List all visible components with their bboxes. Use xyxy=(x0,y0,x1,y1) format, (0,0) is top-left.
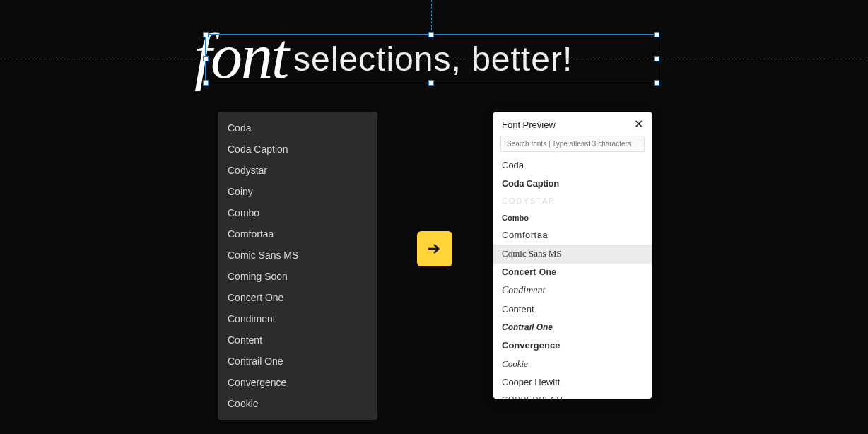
selection-bounding-box[interactable] xyxy=(205,34,657,83)
list-item[interactable]: Comic Sans MS xyxy=(218,245,377,266)
resize-handle-middle-left[interactable] xyxy=(203,56,209,61)
list-item[interactable]: Cooper Hewitt xyxy=(493,373,652,392)
list-item[interactable]: Coming Soon xyxy=(218,266,377,287)
list-item[interactable]: Coda xyxy=(218,117,377,139)
arrow-icon xyxy=(417,231,452,266)
resize-handle-top-left[interactable] xyxy=(203,32,209,37)
list-item[interactable]: CODYSTAR xyxy=(493,193,652,209)
list-item[interactable]: Concert One xyxy=(493,264,652,281)
list-item[interactable]: Codystar xyxy=(218,160,377,181)
default-font-dropdown: CodaCoda CaptionCodystarCoinyComboComfor… xyxy=(218,112,377,420)
search-input[interactable] xyxy=(500,136,645,152)
list-item[interactable]: Comfortaa xyxy=(493,226,652,245)
font-preview-panel: Font Preview ✕ CodaCoda CaptionCODYSTARC… xyxy=(493,112,652,399)
list-item[interactable]: Concert One xyxy=(218,287,377,308)
list-item[interactable]: Condiment xyxy=(218,308,377,329)
list-item[interactable]: Comfortaa xyxy=(218,223,377,245)
list-item[interactable]: Contrail One xyxy=(218,351,377,372)
resize-handle-bottom-middle[interactable] xyxy=(428,80,434,86)
font-preview-list[interactable]: CodaCoda CaptionCODYSTARComboComfortaaCo… xyxy=(493,156,652,399)
font-preview-title: Font Preview xyxy=(502,119,556,130)
list-item[interactable]: Combo xyxy=(218,202,377,223)
list-item[interactable]: Coda Caption xyxy=(493,175,652,193)
list-item[interactable]: Convergence xyxy=(218,372,377,393)
font-preview-header: Font Preview ✕ xyxy=(493,112,652,136)
list-item[interactable]: Convergence xyxy=(493,336,652,355)
list-item[interactable]: Coiny xyxy=(218,181,377,202)
list-item[interactable]: Copperplate xyxy=(493,392,652,399)
resize-handle-middle-right[interactable] xyxy=(654,56,659,61)
list-item[interactable]: Coda Caption xyxy=(218,139,377,160)
resize-handle-top-middle[interactable] xyxy=(428,32,434,37)
list-item[interactable]: Condiment xyxy=(493,281,652,300)
resize-handle-bottom-right[interactable] xyxy=(654,80,659,86)
list-item[interactable]: Contrail One xyxy=(493,319,652,336)
list-item[interactable]: Coda xyxy=(493,156,652,175)
list-item[interactable]: Combo xyxy=(493,210,652,226)
list-item[interactable]: Cookie xyxy=(218,393,377,414)
resize-handle-bottom-left[interactable] xyxy=(203,80,209,86)
list-item[interactable]: Comic Sans MS xyxy=(493,245,652,263)
list-item[interactable]: Cookie xyxy=(493,355,652,373)
search-wrap xyxy=(493,136,652,156)
list-item[interactable]: Content xyxy=(493,300,652,319)
resize-handle-top-right[interactable] xyxy=(654,32,659,37)
close-icon[interactable]: ✕ xyxy=(634,119,643,130)
list-item[interactable]: Content xyxy=(218,329,377,351)
